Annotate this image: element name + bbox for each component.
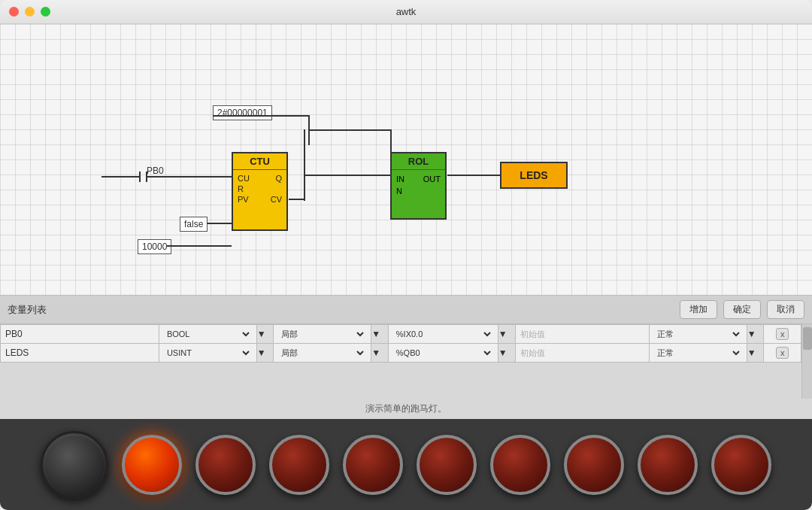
scrollbar[interactable] — [801, 324, 812, 399]
ctu-row-pv: PV CV — [235, 194, 285, 205]
false-label-box: false — [180, 217, 208, 232]
window-controls — [9, 7, 50, 17]
description-bar: 演示简单的跑马灯。 — [0, 399, 812, 419]
wire-q-out — [289, 199, 304, 200]
table-content: BOOL USINT ▼ 局部 ▼ — [0, 324, 801, 399]
ctu-pin-r: R — [238, 184, 244, 193]
ctu-block: CTU CU Q R PV CV — [232, 152, 288, 231]
false-label-text: false — [184, 219, 203, 229]
var-scope-select-2[interactable]: 局部 — [278, 348, 366, 358]
var-type-cell-1[interactable]: BOOL USINT — [159, 325, 256, 344]
wire-left-rail — [102, 176, 139, 178]
var-address-select-2[interactable]: %QB0 — [393, 348, 493, 358]
rol-row-n: N — [393, 185, 444, 197]
10000-label-text: 10000 — [142, 241, 167, 252]
var-addr-arrow-2: ▼ — [498, 344, 515, 363]
description-text: 演示简单的跑马灯。 — [365, 403, 447, 414]
var-scope-select-1[interactable]: 局部 — [278, 329, 366, 339]
table-row: BOOL USINT ▼ 局部 ▼ — [1, 325, 801, 344]
wire-h-to-rol — [304, 175, 390, 176]
window-title: awtk — [396, 6, 417, 17]
red-button-dark-4[interactable] — [417, 435, 477, 495]
ctu-body: CU Q R PV CV — [233, 170, 286, 208]
scrollbar-thumb[interactable] — [803, 327, 812, 350]
10000-label-box: 10000 — [138, 239, 171, 254]
variables-table: BOOL USINT ▼ 局部 ▼ — [0, 324, 801, 363]
var-type-cell-2[interactable]: USINT BOOL — [159, 344, 256, 363]
ctu-pin-pv: PV — [238, 195, 249, 204]
var-address-cell-2[interactable]: %QB0 — [388, 344, 498, 363]
wire-rol-to-leds — [447, 175, 500, 176]
wire-10000-to-ctu-pv — [167, 245, 232, 247]
red-button-dark-6[interactable] — [564, 435, 624, 495]
var-status-arrow-1: ▼ — [747, 325, 764, 344]
maximize-button[interactable] — [41, 7, 50, 17]
ctu-pin-cv-label: CV — [271, 195, 282, 204]
add-button[interactable]: 增加 — [680, 300, 717, 319]
joystick[interactable] — [41, 431, 108, 499]
rol-pin-in: IN — [396, 175, 404, 184]
var-delete-cell-2[interactable]: x — [764, 344, 801, 363]
red-button-dark-7[interactable] — [638, 435, 698, 495]
main-content: 2#00000001 PB0 CTU CU Q R — [0, 24, 812, 510]
delete-row-2-button[interactable]: x — [776, 347, 789, 359]
wire-false-to-ctu-r — [207, 223, 232, 224]
var-status-arrow-2: ▼ — [747, 344, 764, 363]
var-addr-arrow-1: ▼ — [498, 325, 515, 344]
var-type-select-2[interactable]: USINT BOOL — [164, 348, 252, 358]
red-button-dark-2[interactable] — [269, 435, 329, 495]
minimize-button[interactable] — [25, 7, 35, 17]
var-scope-arrow-2: ▼ — [371, 344, 389, 363]
pb0-label: PB0 — [147, 165, 164, 176]
wire-top-h — [213, 115, 308, 117]
close-button[interactable] — [9, 7, 19, 17]
wire-v-q — [304, 129, 305, 201]
red-button-lit[interactable] — [122, 435, 182, 495]
var-name-cell-1[interactable] — [1, 325, 159, 344]
titlebar: awtk — [0, 0, 812, 24]
panel-action-buttons: 增加 确定 取消 — [680, 300, 804, 319]
red-button-dark-8[interactable] — [711, 435, 771, 495]
ctu-row-cu: CU Q — [235, 173, 285, 184]
panel-title: 变量列表 — [8, 303, 47, 317]
red-button-dark-5[interactable] — [490, 435, 550, 495]
delete-row-1-button[interactable]: x — [776, 328, 789, 340]
var-status-select-1[interactable]: 正常 — [654, 329, 742, 339]
var-type-arrow-2: ▼ — [256, 344, 274, 363]
var-status-cell-2[interactable]: 正常 — [649, 344, 747, 363]
var-name-input-1[interactable] — [5, 329, 154, 339]
rol-block: ROL IN OUT N — [390, 152, 447, 220]
var-delete-cell-1[interactable]: x — [764, 325, 801, 344]
var-scope-cell-1[interactable]: 局部 — [274, 325, 371, 344]
var-name-cell-2[interactable] — [1, 344, 159, 363]
var-status-cell-1[interactable]: 正常 — [649, 325, 747, 344]
rol-body: IN OUT N — [392, 170, 445, 200]
rol-title: ROL — [392, 153, 445, 170]
panel-header: 变量列表 增加 确定 取消 — [0, 296, 812, 324]
ctu-title: CTU — [233, 153, 286, 170]
variables-panel: 变量列表 增加 确定 取消 — [0, 295, 812, 419]
red-button-dark-3[interactable] — [343, 435, 403, 495]
cancel-button[interactable]: 取消 — [767, 300, 804, 319]
var-status-select-2[interactable]: 正常 — [654, 348, 742, 358]
ctu-pin-cu: CU — [238, 174, 250, 183]
diagram-area[interactable]: 2#00000001 PB0 CTU CU Q R — [0, 24, 812, 295]
wire-contact-to-ctu — [147, 176, 232, 178]
var-address-cell-1[interactable]: %IX0.0 — [388, 325, 498, 344]
var-address-select-1[interactable]: %IX0.0 — [393, 329, 493, 339]
wire-top-connect — [308, 129, 390, 131]
table-scroll-wrapper: BOOL USINT ▼ 局部 ▼ — [0, 324, 812, 399]
ctu-row-r: R — [235, 184, 285, 194]
rol-row-in: IN OUT — [393, 173, 444, 185]
red-button-dark-1[interactable] — [195, 435, 256, 495]
confirm-button[interactable]: 确定 — [723, 300, 761, 319]
var-type-select-1[interactable]: BOOL USINT — [164, 329, 252, 339]
rol-pin-n: N — [396, 187, 402, 196]
bottom-panel — [0, 419, 812, 510]
var-name-input-2[interactable] — [5, 348, 154, 358]
rol-pin-out: OUT — [423, 175, 441, 184]
var-type-arrow-1: ▼ — [256, 325, 274, 344]
ctu-pin-q: Q — [275, 174, 282, 183]
var-scope-arrow-1: ▼ — [371, 325, 389, 344]
var-scope-cell-2[interactable]: 局部 — [274, 344, 371, 363]
